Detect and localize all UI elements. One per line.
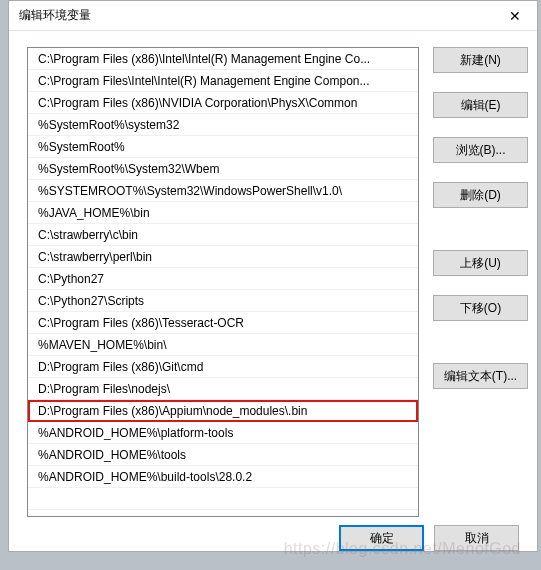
dialog-body: C:\Program Files (x86)\Intel\Intel(R) Ma… [9,31,537,517]
list-item[interactable]: %SystemRoot%\System32\Wbem [28,158,418,180]
new-button[interactable]: 新建(N) [433,47,528,73]
list-item[interactable] [28,488,418,510]
list-item[interactable]: C:\Python27 [28,268,418,290]
list-item[interactable]: D:\Program Files (x86)\Appium\node_modul… [28,400,418,422]
button-column: 新建(N) 编辑(E) 浏览(B)... 删除(D) 上移(U) 下移(O) 编… [433,47,528,517]
list-item[interactable]: C:\Program Files (x86)\Tesseract-OCR [28,312,418,334]
edit-button[interactable]: 编辑(E) [433,92,528,118]
list-item[interactable]: %ANDROID_HOME%\tools [28,444,418,466]
list-item[interactable]: %SYSTEMROOT%\System32\WindowsPowerShell\… [28,180,418,202]
dialog-title: 编辑环境变量 [19,7,91,24]
list-item[interactable]: %SystemRoot% [28,136,418,158]
list-item[interactable]: D:\Program Files (x86)\Git\cmd [28,356,418,378]
list-item[interactable]: %ANDROID_HOME%\build-tools\28.0.2 [28,466,418,488]
close-button[interactable]: ✕ [492,1,537,31]
edit-text-button[interactable]: 编辑文本(T)... [433,363,528,389]
delete-button[interactable]: 删除(D) [433,182,528,208]
titlebar: 编辑环境变量 ✕ [9,1,537,31]
list-item[interactable]: D:\Program Files\nodejs\ [28,378,418,400]
move-down-button[interactable]: 下移(O) [433,295,528,321]
list-item[interactable]: C:\Program Files (x86)\NVIDIA Corporatio… [28,92,418,114]
list-item[interactable]: %MAVEN_HOME%\bin\ [28,334,418,356]
list-item[interactable]: C:\Python27\Scripts [28,290,418,312]
browse-button[interactable]: 浏览(B)... [433,137,528,163]
environment-variable-dialog: 编辑环境变量 ✕ C:\Program Files (x86)\Intel\In… [8,0,538,552]
ok-button[interactable]: 确定 [339,525,424,551]
list-item[interactable]: %SystemRoot%\system32 [28,114,418,136]
list-item[interactable]: C:\Program Files\Intel\Intel(R) Manageme… [28,70,418,92]
list-item[interactable]: C:\Program Files (x86)\Intel\Intel(R) Ma… [28,48,418,70]
move-up-button[interactable]: 上移(U) [433,250,528,276]
list-item[interactable]: %ANDROID_HOME%\platform-tools [28,422,418,444]
cancel-button[interactable]: 取消 [434,525,519,551]
list-item[interactable]: %JAVA_HOME%\bin [28,202,418,224]
path-listbox[interactable]: C:\Program Files (x86)\Intel\Intel(R) Ma… [27,47,419,517]
close-icon: ✕ [509,8,521,24]
dialog-footer: 确定 取消 [9,517,537,563]
list-item[interactable]: C:\strawberry\c\bin [28,224,418,246]
list-item[interactable]: C:\strawberry\perl\bin [28,246,418,268]
